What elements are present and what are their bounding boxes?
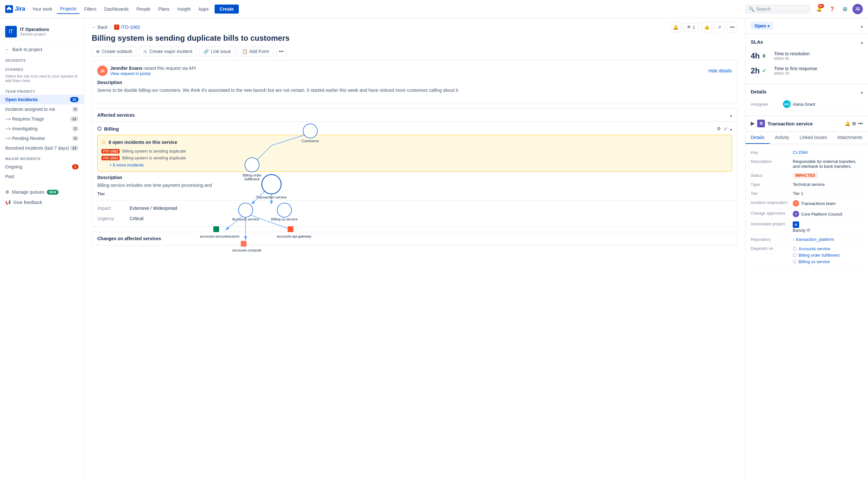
incident-item-1: ITO-1053 Billing system is sending dupli… [101,154,728,161]
hide-details-button[interactable]: Hide details [708,68,732,73]
investigating-badge: 2 [72,126,79,131]
more-incidents-link[interactable]: + 6 more incidents [101,162,728,168]
sidebar-item-investigating[interactable]: --> Investigating 2 [0,124,84,133]
service-collapse-icon[interactable] [730,126,732,131]
sla-section-collapse[interactable] [861,39,863,44]
add-form-button[interactable]: 📋 Add Form [238,47,273,56]
project-name: IT Operations [20,27,49,32]
major-incident-icon: ⚠ [143,49,147,54]
sidebar-item-past[interactable]: Past [0,172,84,181]
depends-on-row: Depends on ⬡ Accounts service ⬡ Billing … [751,244,863,266]
expand-icon[interactable]: ⤢ [723,126,727,131]
sidebar-item-ongoing[interactable]: Ongoing 1 [0,162,84,172]
link-issue-button[interactable]: 🔗 Link issue [199,47,235,56]
assignee-row: Assignee AG Alana Grant [751,98,863,110]
assoc-project-value: B Bancly IT [793,221,810,233]
nav-icons: 🔔 9+ ❓ ⚙️ JE [814,4,863,14]
issue-actions: ⊕ Create subtask ⚠ Create major incident… [92,47,738,56]
nav-item-apps[interactable]: Apps [195,4,212,13]
responders-label: Incident responders [751,200,793,205]
nav-item-plans[interactable]: Plans [155,4,173,13]
resolved-badge: 14 [70,146,79,151]
manage-queues[interactable]: ⚙ Manage queues NEW [0,187,84,197]
sidebar-item-assigned-to-me[interactable]: Incidents assigned to me 0 [0,104,84,114]
depends-item-1[interactable]: ⬡ Billing order fulfillment [793,252,840,258]
nav-item-your-work[interactable]: Your work [29,4,56,13]
grid-icon[interactable]: ⊞ [852,121,856,126]
details-collapse-icon[interactable] [861,89,863,94]
dep-icon-1: ⬡ [793,252,797,258]
settings-filter-icon[interactable]: ⚙ [717,126,721,131]
changes-header: Changes on affected services [92,232,737,245]
nav-item-filters[interactable]: Filters [81,4,99,13]
issue-tag-0[interactable]: ITO-1062 [101,149,120,154]
back-to-project[interactable]: ← Back to project [0,44,84,55]
sidebar-item-resolved[interactable]: Resolved incidents (last 7 days) 14 [0,143,84,153]
depends-item-2[interactable]: ⬡ Billing ux service [793,259,840,264]
tab-activity[interactable]: Activity [770,131,794,144]
reporter-header: JE Jennifer Evans raised this request vi… [97,66,732,76]
nav-item-people[interactable]: People [133,4,154,13]
type-label: Type [751,182,793,187]
help-button[interactable]: ❓ [827,4,837,14]
type-value: Technical service [793,182,825,187]
tab-linked-issues[interactable]: Linked issues [794,131,832,144]
share-button[interactable]: ↗ [714,22,724,32]
status-badge[interactable]: within 4h Open [751,22,773,30]
sidebar-item-open-incidents[interactable]: Open Incidents 15 [0,95,84,104]
tab-details[interactable]: Details [746,131,770,144]
sidebar-item-requires-triage[interactable]: --> Requires Triage 13 [0,114,84,124]
dep-icon-0: ⬡ [793,246,797,251]
impacted-badge: IMPACTED [793,173,818,178]
watchers-button[interactable]: 👁 1 [683,23,699,31]
responders-group: T Transactions team [793,200,835,207]
notifications-button[interactable]: 🔔 9+ [814,4,824,14]
create-button[interactable]: Create [215,4,239,13]
details-header: Details [751,89,863,94]
urgency-value: Critical [130,216,144,221]
key-value: CI-2594 [793,150,808,155]
tier-label-trans: Tier [751,191,793,196]
nav-item-projects[interactable]: Projects [57,4,80,14]
jira-logo-icon [5,5,13,13]
affected-services-header[interactable]: Affected services [92,109,737,122]
nav-logo[interactable]: Jira [5,5,25,13]
more-actions-dropdown[interactable]: ••• [276,47,287,56]
eye-icon: 👁 [687,25,691,30]
create-subtask-button[interactable]: ⊕ Create subtask [92,47,136,56]
affected-services-title: Affected services [97,113,135,118]
alert-button[interactable]: 🔔 [670,22,681,32]
expand-icon[interactable]: ▶ [751,121,754,126]
issue-id-link[interactable]: ! ITO-1062 [114,25,140,30]
repo-label: Repository [751,237,793,242]
back-button[interactable]: ← Back [92,25,107,30]
repository-row: Repository ↕ transaction_platform [751,235,863,244]
more-actions-button[interactable]: ••• [727,22,738,32]
pause-icon: ⏸ [762,53,766,59]
more-transaction-icon[interactable]: ••• [858,121,863,126]
description-row: Description Responsible for external tra… [751,157,863,171]
create-major-incident-button[interactable]: ⚠ Create major incident [139,47,196,56]
search-bar[interactable]: 🔍 Search [745,5,810,13]
user-avatar[interactable]: JE [852,4,863,14]
settings-button[interactable]: ⚙️ [840,4,850,14]
transaction-service-icon: ⚙ [757,120,765,127]
watchers-count: 1 [692,25,695,30]
nav-item-insight[interactable]: Insight [174,4,194,13]
sidebar-item-pending-review[interactable]: --> Pending Review 0 [0,133,84,143]
tab-attachments[interactable]: Attachments [832,131,868,144]
give-feedback[interactable]: 📢 Give feedback [0,197,84,208]
sla-collapse-icon[interactable] [861,23,863,28]
details-title: Details [751,89,767,94]
nav-logo-text: Jira [15,5,25,12]
nav-item-dashboards[interactable]: Dashboards [101,4,132,13]
service-card-actions: ⚙ ⤢ [717,126,732,131]
sla-desc-0: Time to resolution within 4h [774,51,810,61]
alert-transaction-icon[interactable]: 🔔 [845,121,850,126]
thumbs-up-button[interactable]: 👍 [701,22,712,32]
issue-tag-1[interactable]: ITO-1053 [101,156,120,160]
issue-id[interactable]: ITO-1062 [121,25,140,30]
view-request-link[interactable]: View request in portal [110,71,151,76]
collapse-icon[interactable] [730,113,732,118]
depends-item-0[interactable]: ⬡ Accounts service [793,246,840,251]
